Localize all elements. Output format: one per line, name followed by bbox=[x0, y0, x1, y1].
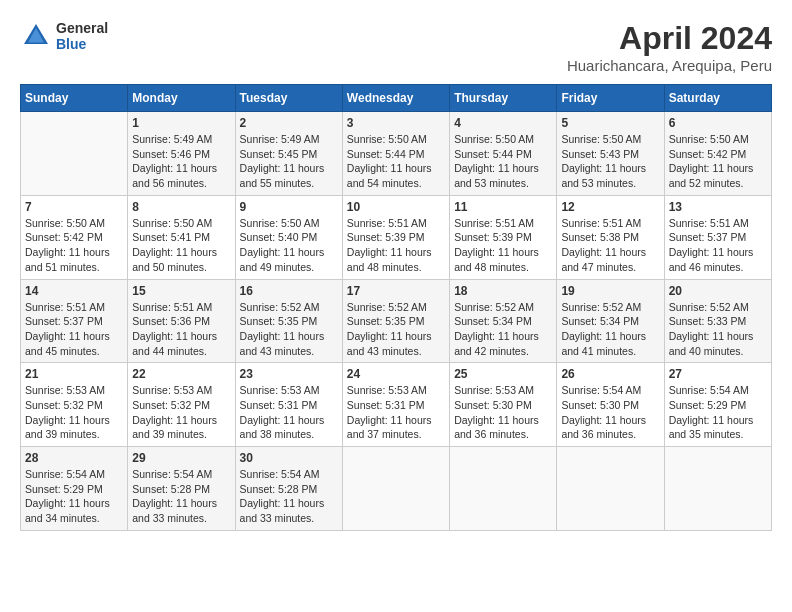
day-of-week-header: Tuesday bbox=[235, 85, 342, 112]
day-number: 30 bbox=[240, 451, 338, 465]
day-number: 19 bbox=[561, 284, 659, 298]
calendar-day-cell bbox=[342, 447, 449, 531]
day-number: 24 bbox=[347, 367, 445, 381]
calendar-day-cell bbox=[21, 112, 128, 196]
day-number: 16 bbox=[240, 284, 338, 298]
day-number: 3 bbox=[347, 116, 445, 130]
day-number: 25 bbox=[454, 367, 552, 381]
day-number: 23 bbox=[240, 367, 338, 381]
calendar-day-cell: 18Sunrise: 5:52 AMSunset: 5:34 PMDayligh… bbox=[450, 279, 557, 363]
calendar-day-cell: 25Sunrise: 5:53 AMSunset: 5:30 PMDayligh… bbox=[450, 363, 557, 447]
day-info: Sunrise: 5:53 AMSunset: 5:30 PMDaylight:… bbox=[454, 383, 552, 442]
calendar-day-cell: 30Sunrise: 5:54 AMSunset: 5:28 PMDayligh… bbox=[235, 447, 342, 531]
day-of-week-header: Sunday bbox=[21, 85, 128, 112]
logo-icon bbox=[20, 20, 52, 52]
day-number: 13 bbox=[669, 200, 767, 214]
calendar-week-row: 7Sunrise: 5:50 AMSunset: 5:42 PMDaylight… bbox=[21, 195, 772, 279]
day-info: Sunrise: 5:53 AMSunset: 5:31 PMDaylight:… bbox=[347, 383, 445, 442]
day-number: 27 bbox=[669, 367, 767, 381]
calendar-day-cell: 6Sunrise: 5:50 AMSunset: 5:42 PMDaylight… bbox=[664, 112, 771, 196]
calendar-day-cell: 20Sunrise: 5:52 AMSunset: 5:33 PMDayligh… bbox=[664, 279, 771, 363]
calendar-week-row: 21Sunrise: 5:53 AMSunset: 5:32 PMDayligh… bbox=[21, 363, 772, 447]
calendar-day-cell: 10Sunrise: 5:51 AMSunset: 5:39 PMDayligh… bbox=[342, 195, 449, 279]
calendar-day-cell: 15Sunrise: 5:51 AMSunset: 5:36 PMDayligh… bbox=[128, 279, 235, 363]
day-info: Sunrise: 5:52 AMSunset: 5:35 PMDaylight:… bbox=[240, 300, 338, 359]
day-of-week-header: Monday bbox=[128, 85, 235, 112]
logo-general-text: General bbox=[56, 20, 108, 36]
calendar-day-cell: 27Sunrise: 5:54 AMSunset: 5:29 PMDayligh… bbox=[664, 363, 771, 447]
day-number: 22 bbox=[132, 367, 230, 381]
calendar-title: April 2024 bbox=[567, 20, 772, 57]
calendar-day-cell: 5Sunrise: 5:50 AMSunset: 5:43 PMDaylight… bbox=[557, 112, 664, 196]
calendar-body: 1Sunrise: 5:49 AMSunset: 5:46 PMDaylight… bbox=[21, 112, 772, 531]
day-info: Sunrise: 5:51 AMSunset: 5:37 PMDaylight:… bbox=[669, 216, 767, 275]
day-info: Sunrise: 5:50 AMSunset: 5:43 PMDaylight:… bbox=[561, 132, 659, 191]
day-info: Sunrise: 5:52 AMSunset: 5:34 PMDaylight:… bbox=[454, 300, 552, 359]
day-number: 26 bbox=[561, 367, 659, 381]
calendar-day-cell: 21Sunrise: 5:53 AMSunset: 5:32 PMDayligh… bbox=[21, 363, 128, 447]
day-number: 20 bbox=[669, 284, 767, 298]
day-number: 11 bbox=[454, 200, 552, 214]
day-info: Sunrise: 5:50 AMSunset: 5:44 PMDaylight:… bbox=[347, 132, 445, 191]
day-number: 14 bbox=[25, 284, 123, 298]
calendar-day-cell: 23Sunrise: 5:53 AMSunset: 5:31 PMDayligh… bbox=[235, 363, 342, 447]
calendar-day-cell: 28Sunrise: 5:54 AMSunset: 5:29 PMDayligh… bbox=[21, 447, 128, 531]
calendar-day-cell: 24Sunrise: 5:53 AMSunset: 5:31 PMDayligh… bbox=[342, 363, 449, 447]
calendar-day-cell: 1Sunrise: 5:49 AMSunset: 5:46 PMDaylight… bbox=[128, 112, 235, 196]
day-number: 10 bbox=[347, 200, 445, 214]
day-info: Sunrise: 5:50 AMSunset: 5:41 PMDaylight:… bbox=[132, 216, 230, 275]
calendar-day-cell: 8Sunrise: 5:50 AMSunset: 5:41 PMDaylight… bbox=[128, 195, 235, 279]
day-info: Sunrise: 5:50 AMSunset: 5:40 PMDaylight:… bbox=[240, 216, 338, 275]
day-of-week-header: Saturday bbox=[664, 85, 771, 112]
day-number: 21 bbox=[25, 367, 123, 381]
day-info: Sunrise: 5:53 AMSunset: 5:32 PMDaylight:… bbox=[132, 383, 230, 442]
day-info: Sunrise: 5:54 AMSunset: 5:29 PMDaylight:… bbox=[25, 467, 123, 526]
day-info: Sunrise: 5:54 AMSunset: 5:29 PMDaylight:… bbox=[669, 383, 767, 442]
day-number: 8 bbox=[132, 200, 230, 214]
day-info: Sunrise: 5:50 AMSunset: 5:42 PMDaylight:… bbox=[669, 132, 767, 191]
calendar-day-cell bbox=[450, 447, 557, 531]
day-number: 5 bbox=[561, 116, 659, 130]
calendar-day-cell: 9Sunrise: 5:50 AMSunset: 5:40 PMDaylight… bbox=[235, 195, 342, 279]
calendar-day-cell: 11Sunrise: 5:51 AMSunset: 5:39 PMDayligh… bbox=[450, 195, 557, 279]
day-number: 18 bbox=[454, 284, 552, 298]
calendar-day-cell: 2Sunrise: 5:49 AMSunset: 5:45 PMDaylight… bbox=[235, 112, 342, 196]
calendar-day-cell: 7Sunrise: 5:50 AMSunset: 5:42 PMDaylight… bbox=[21, 195, 128, 279]
day-info: Sunrise: 5:53 AMSunset: 5:31 PMDaylight:… bbox=[240, 383, 338, 442]
day-number: 9 bbox=[240, 200, 338, 214]
title-block: April 2024 Huarichancara, Arequipa, Peru bbox=[567, 20, 772, 74]
day-number: 17 bbox=[347, 284, 445, 298]
day-info: Sunrise: 5:52 AMSunset: 5:33 PMDaylight:… bbox=[669, 300, 767, 359]
day-info: Sunrise: 5:51 AMSunset: 5:39 PMDaylight:… bbox=[347, 216, 445, 275]
day-number: 7 bbox=[25, 200, 123, 214]
calendar-day-cell: 3Sunrise: 5:50 AMSunset: 5:44 PMDaylight… bbox=[342, 112, 449, 196]
day-of-week-header: Wednesday bbox=[342, 85, 449, 112]
day-info: Sunrise: 5:54 AMSunset: 5:30 PMDaylight:… bbox=[561, 383, 659, 442]
calendar-day-cell: 22Sunrise: 5:53 AMSunset: 5:32 PMDayligh… bbox=[128, 363, 235, 447]
day-info: Sunrise: 5:54 AMSunset: 5:28 PMDaylight:… bbox=[132, 467, 230, 526]
calendar-day-cell bbox=[664, 447, 771, 531]
calendar-week-row: 28Sunrise: 5:54 AMSunset: 5:29 PMDayligh… bbox=[21, 447, 772, 531]
logo-blue-text: Blue bbox=[56, 36, 108, 52]
day-info: Sunrise: 5:51 AMSunset: 5:37 PMDaylight:… bbox=[25, 300, 123, 359]
logo: General Blue bbox=[20, 20, 108, 52]
calendar-day-cell: 17Sunrise: 5:52 AMSunset: 5:35 PMDayligh… bbox=[342, 279, 449, 363]
day-info: Sunrise: 5:53 AMSunset: 5:32 PMDaylight:… bbox=[25, 383, 123, 442]
day-info: Sunrise: 5:52 AMSunset: 5:35 PMDaylight:… bbox=[347, 300, 445, 359]
page-header: General Blue April 2024 Huarichancara, A… bbox=[20, 20, 772, 74]
calendar-day-cell bbox=[557, 447, 664, 531]
logo-text: General Blue bbox=[56, 20, 108, 52]
day-info: Sunrise: 5:52 AMSunset: 5:34 PMDaylight:… bbox=[561, 300, 659, 359]
calendar-day-cell: 29Sunrise: 5:54 AMSunset: 5:28 PMDayligh… bbox=[128, 447, 235, 531]
header-row: SundayMondayTuesdayWednesdayThursdayFrid… bbox=[21, 85, 772, 112]
day-info: Sunrise: 5:50 AMSunset: 5:44 PMDaylight:… bbox=[454, 132, 552, 191]
calendar-week-row: 1Sunrise: 5:49 AMSunset: 5:46 PMDaylight… bbox=[21, 112, 772, 196]
day-info: Sunrise: 5:49 AMSunset: 5:46 PMDaylight:… bbox=[132, 132, 230, 191]
day-info: Sunrise: 5:51 AMSunset: 5:36 PMDaylight:… bbox=[132, 300, 230, 359]
day-number: 1 bbox=[132, 116, 230, 130]
day-info: Sunrise: 5:49 AMSunset: 5:45 PMDaylight:… bbox=[240, 132, 338, 191]
day-info: Sunrise: 5:51 AMSunset: 5:38 PMDaylight:… bbox=[561, 216, 659, 275]
day-info: Sunrise: 5:51 AMSunset: 5:39 PMDaylight:… bbox=[454, 216, 552, 275]
day-info: Sunrise: 5:54 AMSunset: 5:28 PMDaylight:… bbox=[240, 467, 338, 526]
calendar-week-row: 14Sunrise: 5:51 AMSunset: 5:37 PMDayligh… bbox=[21, 279, 772, 363]
